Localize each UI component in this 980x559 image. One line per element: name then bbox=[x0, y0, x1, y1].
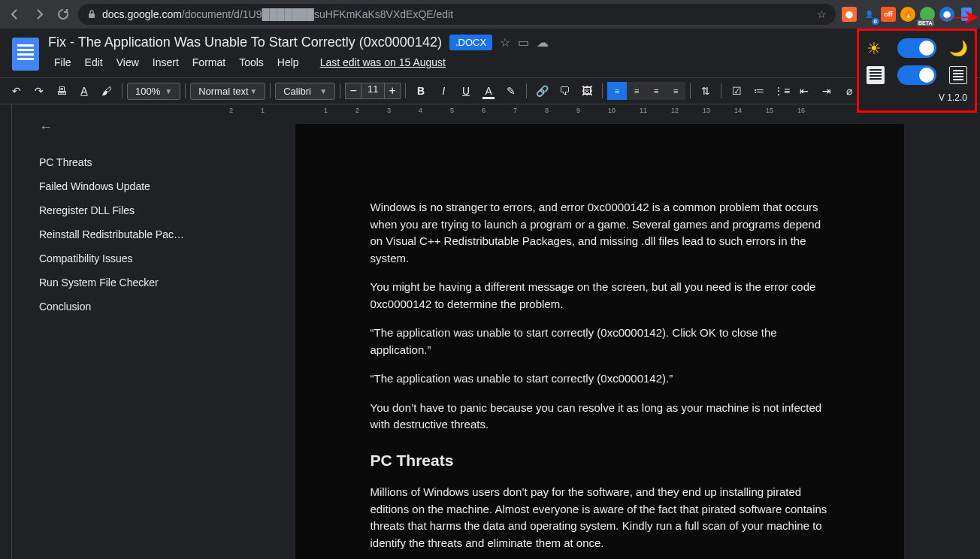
align-left-button[interactable]: ≡ bbox=[607, 82, 627, 100]
outline-back-button[interactable]: ← bbox=[39, 119, 204, 135]
sun-icon: ☀ bbox=[867, 39, 885, 57]
increase-indent-button[interactable]: ⇥ bbox=[816, 81, 837, 101]
paragraph[interactable]: Windows is no stranger to errors, and er… bbox=[371, 199, 829, 267]
docx-badge: .DOCX bbox=[449, 35, 492, 50]
paragraph[interactable]: You don’t have to panic because you can … bbox=[371, 400, 829, 434]
number-list-button[interactable]: ⋮≡ bbox=[771, 81, 792, 101]
forward-button[interactable] bbox=[30, 5, 48, 23]
ext-icon-2[interactable]: 👤0 bbox=[861, 7, 876, 22]
outline-item[interactable]: Conclusion bbox=[39, 295, 204, 319]
page-mode-toggle[interactable] bbox=[897, 65, 936, 85]
document-title[interactable]: Fix - The Application Was Unable To Star… bbox=[48, 35, 442, 50]
text-color-button[interactable]: A bbox=[478, 81, 499, 101]
ext-icon-3[interactable]: 🔥 bbox=[900, 7, 915, 22]
star-doc-icon[interactable]: ☆ bbox=[500, 35, 510, 50]
menu-file[interactable]: File bbox=[48, 53, 77, 71]
annotation-arrow bbox=[927, 8, 980, 27]
back-button[interactable] bbox=[6, 5, 24, 23]
decrease-indent-button[interactable]: ⇤ bbox=[794, 81, 815, 101]
checklist-button[interactable]: ☑ bbox=[726, 81, 747, 101]
outline-item[interactable]: Compatibility Issues bbox=[39, 246, 204, 270]
heading[interactable]: PC Threats bbox=[371, 449, 829, 473]
paragraph-style-select[interactable]: Normal text▼ bbox=[190, 83, 265, 100]
print-button[interactable]: 🖶 bbox=[51, 81, 72, 101]
move-icon[interactable]: ▭ bbox=[518, 35, 529, 50]
outline-item[interactable]: Reregister DLL Files bbox=[39, 198, 204, 222]
align-group: ≡ ≡ ≡ ≡ bbox=[607, 82, 685, 100]
insert-link-button[interactable]: 🔗 bbox=[531, 81, 552, 101]
spellcheck-button[interactable]: A bbox=[74, 81, 95, 101]
italic-button[interactable]: I bbox=[433, 81, 454, 101]
add-comment-button[interactable]: 🗨 bbox=[554, 81, 575, 101]
ext-icon-off[interactable]: off bbox=[881, 7, 896, 22]
lock-icon bbox=[87, 10, 96, 19]
last-edit-link[interactable]: Last edit was on 15 August bbox=[314, 53, 452, 71]
font-size-decrease[interactable]: − bbox=[345, 83, 361, 99]
document-outline: ← PC Threats Failed Windows Update Rereg… bbox=[12, 104, 219, 559]
extension-popup: ☀ 🌙 V 1.2.0 bbox=[857, 29, 977, 113]
document-scroll-area[interactable]: Windows is no stranger to errors, and er… bbox=[219, 104, 980, 559]
url-text: docs.google.com/document/d/1U9███████suH… bbox=[102, 8, 453, 20]
bullet-list-button[interactable]: ≔ bbox=[749, 81, 770, 101]
menu-format[interactable]: Format bbox=[186, 53, 231, 71]
outline-item[interactable]: Failed Windows Update bbox=[39, 174, 204, 198]
line-spacing-button[interactable]: ⇅ bbox=[695, 81, 716, 101]
outline-item[interactable]: Run System File Checker bbox=[39, 270, 204, 295]
moon-icon: 🌙 bbox=[949, 39, 967, 57]
menu-view[interactable]: View bbox=[110, 53, 145, 71]
browser-toolbar: docs.google.com/document/d/1U9███████suH… bbox=[0, 0, 980, 29]
paragraph[interactable]: Millions of Windows users don’t pay for … bbox=[371, 484, 829, 551]
page-dark-icon bbox=[949, 66, 967, 84]
highlight-button[interactable]: ✎ bbox=[501, 81, 522, 101]
font-select[interactable]: Calibri▼ bbox=[275, 83, 335, 100]
redo-button[interactable]: ↷ bbox=[29, 81, 50, 101]
align-right-button[interactable]: ≡ bbox=[646, 82, 666, 100]
underline-button[interactable]: U bbox=[455, 81, 476, 101]
page-light-icon bbox=[867, 66, 885, 84]
main-area: ← PC Threats Failed Windows Update Rereg… bbox=[0, 104, 980, 559]
insert-image-button[interactable]: 🖼 bbox=[576, 81, 597, 101]
cloud-icon[interactable]: ☁ bbox=[537, 35, 549, 50]
dark-mode-toggle[interactable] bbox=[897, 38, 936, 58]
outline-item[interactable]: Reinstall Redistributable Pac… bbox=[39, 222, 204, 246]
extension-version: V 1.2.0 bbox=[867, 92, 967, 103]
align-justify-button[interactable]: ≡ bbox=[666, 82, 685, 100]
paragraph[interactable]: “The application was unable to start cor… bbox=[371, 370, 829, 388]
svg-rect-0 bbox=[89, 14, 95, 18]
address-bar[interactable]: docs.google.com/document/d/1U9███████suH… bbox=[78, 4, 836, 25]
reload-button[interactable] bbox=[54, 5, 72, 23]
document-page[interactable]: Windows is no stranger to errors, and er… bbox=[295, 124, 904, 559]
font-size-input[interactable]: 11 bbox=[361, 83, 384, 99]
paint-format-button[interactable]: 🖌 bbox=[96, 81, 117, 101]
menu-help[interactable]: Help bbox=[271, 53, 305, 71]
menu-insert[interactable]: Insert bbox=[147, 53, 185, 71]
document-header: Fix - The Application Was Unable To Star… bbox=[0, 29, 980, 77]
font-size-increase[interactable]: + bbox=[384, 83, 401, 99]
menu-bar: File Edit View Insert Format Tools Help … bbox=[48, 53, 968, 71]
menu-edit[interactable]: Edit bbox=[79, 53, 109, 71]
paragraph[interactable]: You might be having a different message … bbox=[371, 279, 829, 313]
bold-button[interactable]: B bbox=[410, 81, 431, 101]
undo-button[interactable]: ↶ bbox=[6, 81, 27, 101]
star-icon[interactable]: ☆ bbox=[817, 8, 827, 20]
ext-icon-1[interactable]: ⬤ bbox=[842, 7, 857, 22]
google-docs-icon[interactable] bbox=[12, 38, 39, 71]
zoom-select[interactable]: 100%▼ bbox=[127, 83, 180, 100]
outline-item[interactable]: PC Threats bbox=[39, 150, 204, 174]
vertical-ruler bbox=[0, 104, 12, 559]
menu-tools[interactable]: Tools bbox=[233, 53, 270, 71]
paragraph[interactable]: “The application was unable to start cor… bbox=[371, 325, 829, 358]
formatting-toolbar: ↶ ↷ 🖶 A 🖌 100%▼ Normal text▼ Calibri▼ − … bbox=[0, 77, 980, 104]
align-center-button[interactable]: ≡ bbox=[627, 82, 646, 100]
